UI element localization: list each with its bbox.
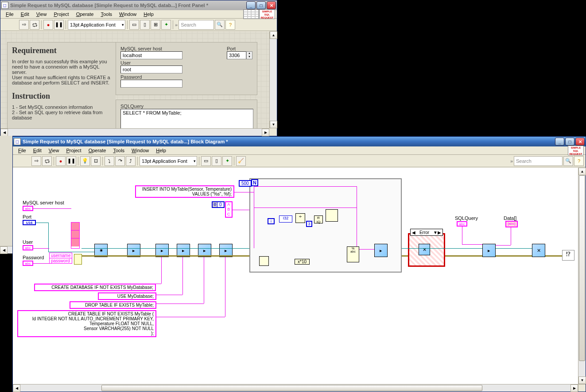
bd-search[interactable]: Search — [514, 156, 563, 166]
host-input[interactable] — [120, 51, 182, 59]
fp-canvas[interactable]: Requirement In order to run successfuly … — [0, 31, 270, 129]
step-out-button[interactable]: ⤴ — [126, 156, 136, 166]
req-heading: Requirement — [12, 46, 111, 55]
font-selector[interactable]: 13pt Application Font — [140, 156, 197, 166]
menu-help[interactable]: Help — [140, 11, 157, 18]
highlight-button[interactable]: 💡 — [80, 156, 90, 166]
exec-insert-vi[interactable]: ▸ — [374, 244, 388, 257]
menu-project[interactable]: Project — [62, 147, 85, 154]
term-pass[interactable]: abc — [23, 261, 33, 266]
format-string-node[interactable]: %abc — [347, 246, 359, 262]
for-loop[interactable] — [249, 178, 402, 273]
distribute-button[interactable]: ▯ — [212, 156, 221, 166]
menu-edit[interactable]: Edit — [17, 11, 33, 18]
menu-edit[interactable]: Edit — [30, 147, 45, 154]
reorder-button[interactable]: ✦ — [222, 156, 232, 166]
menu-file[interactable]: File — [15, 147, 30, 154]
rand-node[interactable] — [259, 256, 269, 266]
maximize-button[interactable]: □ — [256, 1, 266, 9]
fp-strip — [0, 136, 12, 246]
minimize-button[interactable]: _ — [246, 1, 256, 9]
menu-operate[interactable]: Operate — [85, 147, 110, 154]
abort-button[interactable]: ● — [43, 20, 53, 30]
user-input[interactable] — [120, 65, 182, 73]
info-panel: Requirement In order to run successfuly … — [7, 42, 116, 135]
vi-icon[interactable]: SIMPLE SQL REQUEST — [259, 9, 275, 19]
search-icon[interactable]: 🔍 — [215, 20, 225, 30]
run-cont-button[interactable]: ⮔ — [42, 156, 52, 166]
help-button[interactable]: ? — [225, 20, 235, 30]
bd-titlebar[interactable]: ⬚ Simple Request to MySQL database [Simp… — [13, 137, 586, 146]
array-build[interactable] — [71, 222, 80, 249]
menu-window[interactable]: Window — [128, 147, 152, 154]
run-cont-button[interactable]: ⮔ — [30, 20, 39, 30]
run-button[interactable]: ⇨ — [31, 156, 41, 166]
loop-count[interactable]: 500 — [239, 180, 252, 187]
bd-vscroll[interactable]: ▲ ▼ — [578, 168, 586, 384]
const-3: 3 — [306, 221, 312, 227]
error-handler[interactable]: ⁉ — [562, 250, 574, 261]
bd-canvas[interactable]: 1. Database open 2. Transaction creation… — [13, 168, 578, 384]
term-pass-label: Password — [23, 255, 44, 260]
minimize-button[interactable]: _ — [555, 138, 564, 146]
reorder-button[interactable]: ✦ — [161, 20, 171, 30]
bd-hscroll[interactable]: ◀ ▶ — [13, 384, 578, 392]
menu-tools[interactable]: Tools — [97, 11, 116, 18]
index-array-node[interactable] — [326, 209, 338, 222]
font-selector[interactable]: 13pt Application Font — [68, 20, 125, 30]
db-close-vi[interactable]: ✕ — [532, 244, 545, 257]
menu-file[interactable]: File — [2, 11, 17, 18]
idx-const[interactable]: ⦿0 — [212, 201, 225, 208]
search-icon[interactable]: 🔍 — [563, 156, 573, 166]
fp-titlebar[interactable]: ⬚ Simple Request to MySQL database [Simp… — [0, 0, 277, 10]
menu-operate[interactable]: Operate — [73, 11, 97, 18]
close-button[interactable]: ✕ — [267, 1, 276, 9]
align-button[interactable]: ▭ — [201, 156, 211, 166]
distribute-button[interactable]: ▯ — [140, 20, 150, 30]
fp-hscroll-corner: ◀ — [0, 246, 12, 254]
term-host[interactable]: abc — [23, 206, 33, 211]
resize-button[interactable]: ⊞ — [151, 20, 160, 30]
maximize-button[interactable]: □ — [565, 138, 574, 146]
retain-button[interactable]: ⊡ — [91, 156, 101, 166]
term-data[interactable]: [abc] — [505, 221, 518, 227]
close-button[interactable]: ✕ — [575, 138, 585, 146]
term-data-label: Data[] — [504, 215, 516, 221]
loop-i: i — [268, 218, 275, 224]
term-port[interactable]: U16 — [23, 220, 36, 225]
pause-button[interactable]: ❚❚ — [54, 20, 64, 30]
fp-search[interactable]: Search — [179, 20, 214, 30]
div-node[interactable]: ÷ — [295, 213, 305, 223]
sqlq-input[interactable]: SELECT * FROM MyTable; — [120, 109, 253, 130]
cleanup-button[interactable]: 🧹 — [236, 156, 246, 166]
menu-help[interactable]: Help — [152, 147, 170, 154]
rollback-vi[interactable]: ✕ — [419, 244, 430, 255]
step-into-button[interactable]: ⤵ — [105, 156, 114, 166]
case-selector[interactable]: ◀Error▼▶ — [410, 229, 443, 236]
abc-const[interactable]: A B C — [225, 201, 233, 218]
term-user[interactable]: abc — [23, 245, 33, 250]
menu-tools[interactable]: Tools — [109, 147, 128, 154]
lbl-pass: Password — [120, 74, 221, 80]
vi-icon[interactable]: SIMPLE SQL REQUEST — [568, 146, 584, 155]
iq-node[interactable]: RIQ — [314, 215, 323, 223]
term-sqlq[interactable]: abc — [457, 221, 467, 227]
abort-button[interactable]: ● — [56, 156, 66, 166]
menu-view[interactable]: View — [33, 11, 50, 18]
help-button[interactable]: ? — [574, 156, 584, 166]
select-vi[interactable]: ▸ — [482, 244, 496, 257]
fp-vscroll[interactable]: ▲▼ — [269, 31, 277, 128]
bundle-node[interactable] — [74, 254, 82, 265]
menu-view[interactable]: View — [45, 147, 63, 154]
step-over-button[interactable]: ↷ — [115, 156, 125, 166]
menu-window[interactable]: Window — [116, 11, 140, 18]
connector-pane[interactable] — [243, 9, 259, 19]
fp-hscroll[interactable]: ◀▶ — [0, 128, 269, 136]
menu-project[interactable]: Project — [50, 11, 72, 18]
expr-x10[interactable]: x*10 — [295, 259, 310, 265]
run-button[interactable]: ⇨ — [19, 20, 29, 30]
pass-input[interactable] — [120, 80, 182, 88]
pause-button[interactable]: ❚❚ — [66, 156, 76, 166]
port-input[interactable] — [227, 51, 246, 59]
align-button[interactable]: ▭ — [129, 20, 139, 30]
